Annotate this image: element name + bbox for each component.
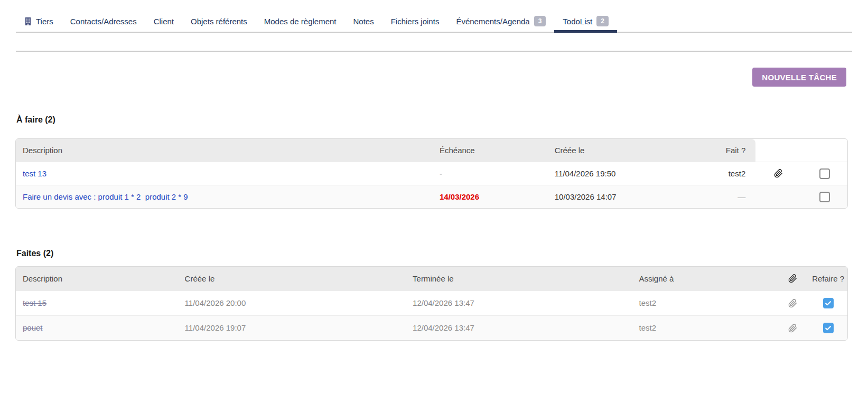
done-header-row: Description Créée le Terminée le Assigné… [16,267,847,290]
col-header-description: Description [16,267,185,290]
col-header-terminee-le: Terminée le [413,267,639,290]
paperclip-icon[interactable] [774,169,783,178]
paperclip-icon[interactable] [788,324,797,333]
task-created-date: 11/04/2026 19:50 [555,162,713,185]
tab-modes-reglement[interactable]: Modes de règlement [256,11,345,32]
tab-contacts-adresses[interactable]: Contacts/Adresses [62,11,145,32]
todo-row: test 13 - 11/04/2026 19:50 test2 [16,162,847,185]
todo-section-title: À faire (2) [16,115,868,125]
task-done-checkbox[interactable] [819,168,830,179]
todolist-count-badge: 2 [596,16,609,26]
done-task-created-date: 11/04/2026 20:00 [185,291,413,315]
redo-checkbox[interactable] [823,298,834,308]
done-table: Description Créée le Terminée le Assigné… [15,266,848,341]
redo-checkbox[interactable] [823,323,834,333]
tab-client[interactable]: Client [145,11,182,32]
done-task-created-date: 11/04/2026 19:07 [185,316,413,340]
task-done-checkbox[interactable] [819,192,830,202]
tab-evenements-agenda[interactable]: Événements/Agenda 3 [447,11,554,32]
tab-contacts-label: Contacts/Adresses [70,17,137,26]
tab-todolist-label: TodoList [563,17,592,26]
tab-client-label: Client [154,17,174,26]
tab-notes-label: Notes [353,17,374,26]
task-created-date: 10/03/2026 14:07 [555,185,713,208]
tab-notes[interactable]: Notes [345,11,382,32]
done-task-finished-date: 12/04/2026 13:47 [413,316,639,340]
tab-tiers[interactable]: Tiers [16,11,62,32]
col-header-creee-le: Créée le [555,139,713,162]
col-header-attachment-empty [755,139,801,162]
col-header-echeance: Échéance [440,139,555,162]
task-done-by: test2 [713,162,755,185]
tab-fichiers-label: Fichiers joints [391,17,440,26]
task-due-date: - [440,162,555,185]
col-header-refaire: Refaire ? [809,267,847,290]
tab-todolist[interactable]: TodoList 2 [554,11,617,32]
done-task-assignee: test2 [639,291,777,315]
done-task-description-link[interactable]: test 15 [23,298,46,307]
tab-bar: Tiers Contacts/Adresses Client Objets ré… [16,11,852,33]
done-task-description-link[interactable]: pouet [23,323,43,332]
done-row: test 15 11/04/2026 20:00 12/04/2026 13:4… [16,290,847,315]
todo-table: Description Échéance Créée le Fait ? tes… [15,138,848,209]
col-header-fait: Fait ? [713,139,755,162]
todo-header-row: Description Échéance Créée le Fait ? [16,139,847,162]
done-section-title: Faites (2) [16,249,868,258]
tab-fichiers-joints[interactable]: Fichiers joints [382,11,448,32]
col-header-checkbox-empty [801,139,847,162]
todo-row: Faire un devis avec : produit 1 * 2 prod… [16,185,847,208]
tab-modes-label: Modes de règlement [264,17,337,26]
done-task-finished-date: 12/04/2026 13:47 [413,291,639,315]
agenda-count-badge: 3 [534,16,546,26]
paperclip-icon[interactable] [788,299,797,308]
horizontal-divider [16,51,852,52]
col-header-creee-le: Créée le [185,267,413,290]
done-task-assignee: test2 [639,316,777,340]
task-due-date-overdue: 14/03/2026 [440,185,555,208]
tab-objets-label: Objets référents [191,17,247,26]
attachment-empty-cell [755,185,801,208]
col-header-description: Description [16,139,440,162]
done-row: pouet 11/04/2026 19:07 12/04/2026 13:47 … [16,315,847,340]
tab-agenda-label: Événements/Agenda [456,17,529,26]
task-description-link[interactable]: Faire un devis avec : produit 1 * 2 prod… [23,192,188,201]
action-bar: NOUVELLE TÂCHE [0,68,846,87]
task-description-link[interactable]: test 13 [23,169,46,178]
tab-objets-referents[interactable]: Objets référents [182,11,256,32]
tab-tiers-label: Tiers [36,17,53,26]
new-task-button[interactable]: NOUVELLE TÂCHE [752,68,846,87]
task-done-by: — [713,185,755,208]
col-header-assigne-a: Assigné à [639,267,777,290]
building-icon [24,17,32,25]
paperclip-header-icon [788,274,797,283]
